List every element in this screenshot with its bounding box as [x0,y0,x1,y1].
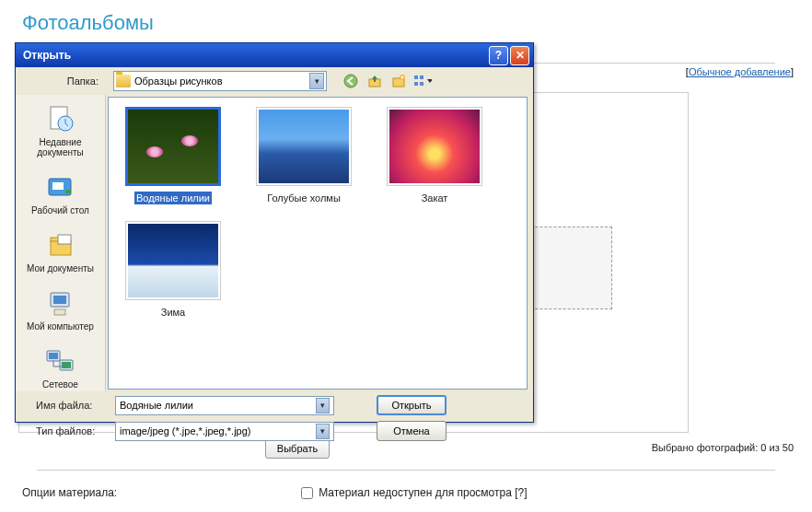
cancel-button[interactable]: Отмена [377,421,447,441]
svg-rect-7 [420,82,423,86]
open-file-dialog: Открыть ? ✕ Папка: Образцы рисунков ▾ [15,42,534,423]
filetype-value: image/jpeg (*.jpe,*.jpeg,*.jpg) [120,425,250,436]
material-unavailable-option[interactable]: Материал недоступен для просмотра [?] [301,486,527,499]
top-link-container: [Обычное добавление] [686,66,794,77]
svg-rect-18 [54,309,65,315]
place-label: Мой компьютер [17,321,103,332]
folder-value: Образцы рисунков [134,76,223,87]
filetype-label: Тип файлов: [23,425,108,436]
svg-rect-17 [53,296,66,304]
material-unavailable-label: Материал недоступен для просмотра [?] [319,486,527,499]
file-thumbnail[interactable]: Закат [379,107,490,204]
svg-rect-11 [52,182,64,190]
place-label: Мои документы [17,263,103,273]
desktop-icon [44,172,77,204]
status-text: Выбрано фотографий: 0 из 50 [652,442,794,453]
svg-rect-20 [49,353,58,359]
file-list[interactable]: Водяные лилииГолубые холмыЗакатЗима [108,97,528,390]
place-mydocs[interactable]: Мои документы [16,225,105,283]
file-thumbnail[interactable]: Голубые холмы [249,107,359,204]
svg-rect-5 [414,82,418,86]
dialog-title: Открыть [23,49,71,62]
help-button[interactable]: ? [489,46,508,65]
options-row: Опции материала: Материал недоступен для… [22,486,528,499]
folder-label: Папка: [23,76,108,87]
thumbnail-caption: Водяные лилии [134,192,212,204]
mydocs-icon [44,230,77,262]
open-button[interactable]: Открыть [377,395,447,415]
places-bar: Недавние документы Рабочий стол Мои доку… [16,95,106,391]
normal-add-link[interactable]: Обычное добавление [689,66,791,77]
svg-rect-12 [65,190,71,193]
close-button[interactable]: ✕ [510,46,529,65]
view-menu-icon[interactable] [413,72,432,90]
back-icon[interactable] [342,72,360,90]
svg-rect-6 [420,76,423,79]
chevron-down-icon: ▾ [309,73,324,89]
place-label: Сетевое [17,379,103,390]
computer-icon [44,288,77,320]
thumbnail-caption: Голубые холмы [265,192,342,204]
network-icon [44,346,77,378]
dialog-toolbar: Папка: Образцы рисунков ▾ [16,67,533,95]
svg-point-0 [344,75,357,87]
thumbnail-caption: Закат [420,192,450,204]
options-label: Опции материала: [22,486,117,499]
thumbnail-caption: Зима [159,306,187,319]
thumbnail-image [389,110,480,183]
filename-input[interactable]: Водяные лилии ▾ [115,396,334,415]
filename-label: Имя файла: [23,400,108,411]
divider [37,470,775,471]
file-thumbnail[interactable]: Зима [118,221,228,319]
thumbnail-image [128,110,218,183]
place-mycomputer[interactable]: Мой компьютер [16,283,105,341]
chevron-down-icon: ▾ [316,424,330,439]
place-label: Недавние документы [17,137,103,157]
svg-rect-4 [414,76,418,79]
folder-dropdown[interactable]: Образцы рисунков ▾ [113,71,327,91]
recent-docs-icon [44,104,77,135]
folder-icon [116,75,131,87]
new-folder-icon[interactable] [389,72,408,90]
thumbnail-image [259,110,349,183]
dialog-titlebar[interactable]: Открыть ? ✕ [16,43,533,67]
place-recent[interactable]: Недавние документы [16,99,105,167]
svg-rect-15 [58,235,71,244]
file-thumbnail[interactable]: Водяные лилии [118,107,228,204]
place-label: Рабочий стол [17,205,103,215]
thumbnail-image [128,224,218,297]
filetype-dropdown[interactable]: image/jpeg (*.jpe,*.jpeg,*.jpg) ▾ [115,422,334,441]
place-desktop[interactable]: Рабочий стол [16,167,105,225]
dialog-bottom: Имя файла: Водяные лилии ▾ Открыть Тип ф… [16,391,533,454]
place-network[interactable]: Сетевое [16,341,105,399]
material-unavailable-checkbox[interactable] [301,487,313,499]
chevron-down-icon: ▾ [316,398,330,413]
up-folder-icon[interactable] [365,72,384,90]
filename-value: Водяные лилии [120,400,193,411]
svg-rect-22 [62,362,71,368]
page-title: Фотоальбомы [0,0,812,42]
